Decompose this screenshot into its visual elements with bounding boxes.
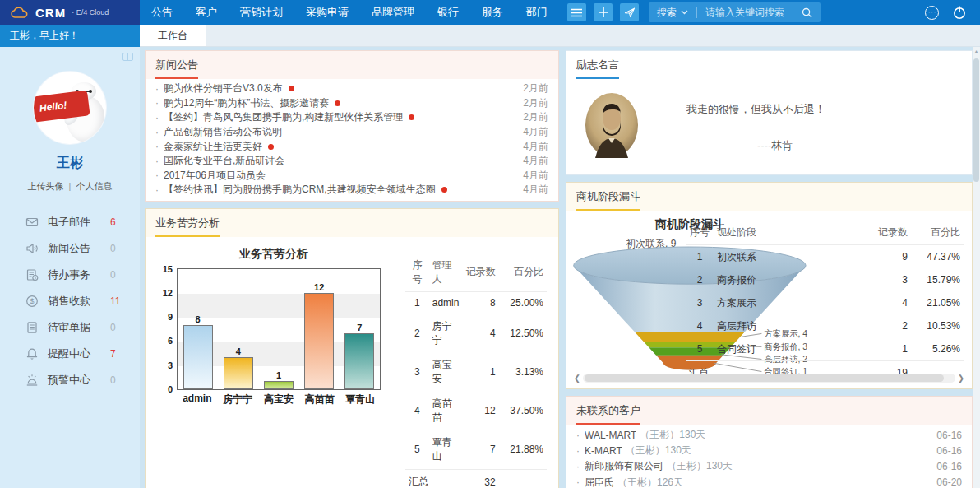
sidebar-menu-item[interactable]: 提醒中心 7	[0, 341, 140, 367]
tab-strip: 工作台	[140, 25, 980, 47]
new-dot-icon	[335, 100, 340, 106]
search-scope-dropdown[interactable]: 搜索	[649, 6, 696, 20]
news-item[interactable]: · 2017年06月项目动员会 4月前	[155, 169, 548, 184]
bullet: ·	[155, 170, 159, 181]
right-column: 励志名言	[566, 50, 973, 488]
table-row: 1 初次联系 9 47.37%	[686, 245, 964, 269]
add-button[interactable]	[594, 3, 612, 21]
menu-item[interactable]: 客户	[184, 0, 229, 25]
bullet: ·	[155, 184, 159, 196]
news-item[interactable]: · 【签约】青岛风鸟集团携手鹏为,构建新型伙伴关系管理 2月前	[155, 110, 548, 125]
menu-item[interactable]: 部门	[515, 0, 559, 25]
table-row: 4 高层拜访 2 10.53%	[686, 314, 964, 337]
customer-item[interactable]: · 屈臣氏 （王彬）126天 06-20	[576, 475, 962, 488]
x-axis-label: 高宝安	[260, 393, 298, 407]
y-axis-tick: 0	[168, 384, 173, 394]
sidebar-menu-item[interactable]: 预警中心 0	[0, 367, 140, 393]
table-header-row: 序号 现处阶段 记录数 百分比	[686, 221, 964, 245]
logout-button[interactable]	[952, 5, 967, 20]
new-dot-icon	[268, 144, 274, 150]
app-logo[interactable]: CRM · E/4 Cloud	[0, 0, 140, 25]
customer-item[interactable]: · K-MART （王彬）130天 06-16	[576, 443, 962, 458]
scrollbar-thumb[interactable]	[973, 58, 979, 182]
hamburger-menu-button[interactable]	[567, 3, 586, 21]
sidebar-menu-item[interactable]: 电子邮件 6	[0, 209, 140, 235]
profile-link[interactable]: 个人信息	[76, 181, 113, 191]
tab-workbench[interactable]: 工作台	[140, 25, 206, 46]
sidebar-menu-item[interactable]: 待办事务 0	[0, 262, 140, 288]
sidebar-menu-item[interactable]: 新闻公告 0	[0, 235, 140, 262]
scroll-up-arrow[interactable]: ▲	[973, 47, 980, 57]
menu-item[interactable]: 公告	[140, 0, 184, 25]
main-content: 新闻公告 · 鹏为伙伴分销平台V3.0发布 2月前 · 鹏为12周年“鹏	[140, 47, 973, 488]
bullet: ·	[576, 430, 580, 441]
bullet: ·	[155, 156, 159, 167]
menu-item[interactable]: 服务	[470, 0, 515, 25]
customer-item[interactable]: · WAL-MART （王彬）130天 06-16	[576, 427, 962, 443]
upload-avatar-link[interactable]: 上传头像	[27, 181, 63, 191]
quote-author: ----林肯	[686, 138, 825, 153]
x-axis-label: 房宁宁	[219, 393, 257, 407]
customers-panel: 未联系的客户 · WAL-MART （王彬）130天 06-16 · K-	[566, 396, 973, 488]
mail-icon	[25, 216, 39, 230]
scrollbar-track[interactable]	[583, 374, 955, 383]
x-axis-label: 高苗苗	[301, 393, 339, 407]
table-row: 2 商务报价 3 15.79%	[686, 268, 964, 291]
bullet: ·	[576, 476, 580, 488]
bar-value-label: 12	[314, 282, 324, 292]
bar-value-label: 1	[276, 370, 281, 380]
vertical-scrollbar[interactable]: ▲	[973, 47, 980, 488]
menu-item[interactable]: 采购申请	[294, 0, 360, 25]
quote-line1: 我走的很慢，但我从不后退！	[686, 102, 825, 117]
top-navbar: CRM · E/4 Cloud 公告客户营销计划采购申请品牌管理银行服务部门	[0, 0, 980, 25]
table-row: 1 admin 8 25.00%	[405, 291, 547, 314]
y-axis-tick: 6	[168, 336, 173, 346]
effort-xlabels: admin房宁宁高宝安高苗苗覃青山	[177, 393, 381, 407]
search-submit-button[interactable]	[793, 7, 821, 18]
y-axis-tick: 15	[163, 264, 173, 274]
sidebar-menu-item[interactable]: 待审单据 0	[0, 314, 140, 341]
news-item[interactable]: · 国际化专业平台,新品研讨会 4月前	[155, 154, 548, 169]
table-row: 2 房宁宁 4 12.50%	[405, 314, 547, 353]
table-total-row: 汇总 32	[405, 469, 547, 488]
send-button[interactable]	[620, 3, 639, 21]
quote-text: 我走的很慢，但我从不后退！ ----林肯	[686, 92, 825, 158]
sidebar-menu-item[interactable]: $ 销售收款 11	[0, 288, 140, 314]
lincoln-portrait	[585, 92, 639, 158]
scrollbar-thumb[interactable]	[585, 374, 944, 382]
search-icon	[802, 7, 812, 18]
news-item[interactable]: · 鹏为12周年“鹏为杯”书法、摄影邀请赛 2月前	[155, 96, 548, 111]
bar: 8	[183, 269, 213, 389]
bullet: ·	[155, 97, 159, 109]
new-dot-icon	[441, 187, 447, 193]
doc-icon	[25, 321, 39, 335]
bullet: ·	[155, 112, 159, 123]
sidebar: Hello! 王彬 上传头像 | 个人信息 电子邮件 6 新闻公告 0	[0, 47, 140, 488]
nav-quick-buttons	[567, 3, 639, 21]
news-item[interactable]: · 鹏为伙伴分销平台V3.0发布 2月前	[155, 81, 548, 96]
bullet: ·	[155, 83, 159, 95]
search-input[interactable]: 请输入关键词搜索	[697, 6, 793, 20]
plus-icon	[599, 7, 608, 17]
news-item[interactable]: · 金泰家纺让生活更美好 4月前	[155, 139, 548, 154]
customer-item[interactable]: · 新郎服饰有限公司 （王彬）130天 06-16	[576, 458, 962, 474]
navbar-right: ···	[925, 5, 980, 20]
funnel-panel: 商机阶段漏斗 商机阶段漏斗 初次联系, 9	[566, 182, 973, 389]
menu-item[interactable]: 营销计划	[229, 0, 294, 25]
cloud-icon	[10, 7, 30, 19]
avatar[interactable]: Hello!	[34, 72, 106, 144]
bar: 12	[304, 269, 334, 389]
y-axis-tick: 3	[168, 360, 173, 370]
news-item[interactable]: · 产品创新销售活动公布说明 4月前	[155, 125, 548, 140]
menu-item[interactable]: 品牌管理	[360, 0, 426, 25]
greeting-text: 王彬，早上好！	[0, 25, 140, 47]
news-panel: 新闻公告 · 鹏为伙伴分销平台V3.0发布 2月前 · 鹏为12周年“鹏	[145, 50, 559, 202]
news-item[interactable]: · 【签约快讯】同为股份携手鹏为CRM,共建视频安全领域生态圈 4月前	[155, 183, 548, 198]
bell-icon	[25, 347, 39, 361]
menu-item[interactable]: 银行	[426, 0, 470, 25]
table-row: 3 高宝安 1 3.13%	[405, 353, 547, 392]
more-options-button[interactable]: ···	[925, 6, 939, 20]
bar-value-label: 8	[196, 314, 201, 324]
bar: 4	[224, 269, 253, 389]
sidebar-collapse-icon[interactable]	[122, 53, 133, 61]
